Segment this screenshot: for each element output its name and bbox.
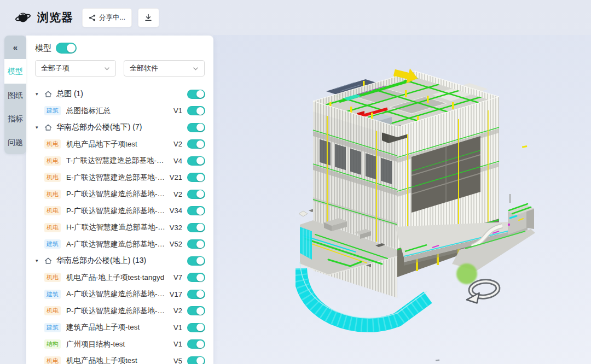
model-visibility-toggle[interactable] <box>187 339 205 349</box>
model-name: H-广联达智慧建造总部基地-地下 <box>66 222 166 232</box>
version-label: V1 <box>173 340 182 348</box>
model-name: A-广联达智慧建造总部基地-地下 <box>66 239 166 249</box>
tree-item-row[interactable]: 结构广州项目结构-testV1 <box>26 336 213 353</box>
collapse-panel-button[interactable]: « <box>4 36 26 59</box>
group-visibility-toggle[interactable] <box>187 256 205 266</box>
discipline-tag: 建筑 <box>44 290 61 299</box>
tree-item-row[interactable]: 机电机电产品地下子项testV2 <box>26 136 213 153</box>
model-name: 机电产品地下子项test <box>66 139 170 149</box>
version-label: V4 <box>173 157 182 165</box>
download-button[interactable] <box>138 9 159 27</box>
model-visibility-toggle[interactable] <box>187 106 205 115</box>
tab-issues[interactable]: 问题 <box>4 131 26 154</box>
version-label: V1 <box>173 324 182 332</box>
app-logo-planet-icon <box>15 10 31 25</box>
discipline-tag: 机电 <box>44 190 61 199</box>
collapse-icon: « <box>13 43 18 52</box>
discipline-tag: 结构 <box>44 339 61 349</box>
version-label: V17 <box>170 290 182 298</box>
caret-down-icon[interactable]: ▾ <box>36 125 42 130</box>
model-visibility-toggle[interactable] <box>187 190 205 199</box>
top-bar: 浏览器 分享中... <box>0 0 591 35</box>
model-name: 机电产品-地上子项test-tangyd <box>66 273 170 283</box>
model-name: P-广联达智慧建造总部基地-地下 <box>66 206 166 216</box>
version-label: V7 <box>173 273 182 281</box>
chevron-down-icon <box>104 66 110 72</box>
discipline-tag: 机电 <box>44 156 61 166</box>
model-visibility-toggle[interactable] <box>187 139 205 149</box>
model-name: 机电产品地上子项test <box>66 356 170 364</box>
tab-indicators[interactable]: 指标 <box>4 107 26 131</box>
tree-item-row[interactable]: 建筑建筑产品地上子项-testV1 <box>26 319 213 336</box>
model-name: 广州项目结构-test <box>66 339 170 349</box>
subproject-filter-select[interactable]: 全部子项 <box>35 60 116 77</box>
discipline-tag: 机电 <box>44 173 61 182</box>
tree-item-row[interactable]: 机电P-广联达智慧建造总部基地-地...V2 <box>26 186 213 203</box>
model-visibility-toggle[interactable] <box>187 356 205 364</box>
model-visibility-toggle[interactable] <box>187 290 205 299</box>
model-visibility-toggle[interactable] <box>187 273 205 282</box>
model-name: A-广联达智慧建造总部基地-楼... <box>66 289 166 299</box>
chevron-down-icon <box>193 66 199 72</box>
discipline-tag: 机电 <box>44 223 61 232</box>
version-label: V32 <box>170 224 182 232</box>
orbit-rotate-icon <box>465 280 500 304</box>
home-icon <box>44 90 53 98</box>
tree-item-row[interactable]: 机电机电产品地上子项testV5 <box>26 353 213 364</box>
panel-header: 模型 <box>26 36 213 59</box>
tree-item-row[interactable]: 机电机电产品-地上子项test-tangydV7 <box>26 269 213 286</box>
model-visibility-toggle[interactable] <box>187 173 205 182</box>
model-tree: ▾总图 (1)建筑总图指标汇总V1▾华南总部办公楼(地下) (7)机电机电产品地… <box>26 84 213 364</box>
group-name: 总图 (1) <box>56 89 187 99</box>
version-label: V5 <box>173 357 182 364</box>
discipline-tag: 建筑 <box>44 106 61 115</box>
home-icon <box>44 256 53 265</box>
model-panel: 模型 全部子项 全部软件 ▾总图 (1)建筑总图指标汇总V1▾华南总部办公楼(地… <box>26 36 213 364</box>
tree-group-row[interactable]: ▾华南总部办公楼(地上) (13) <box>26 253 213 269</box>
version-label: V34 <box>170 207 182 215</box>
version-label: V2 <box>173 190 182 198</box>
model-switch-label: 模型 <box>35 43 51 54</box>
model-master-toggle[interactable] <box>56 43 77 54</box>
tree-group-row[interactable]: ▾总图 (1) <box>26 86 213 103</box>
discipline-tag: 机电 <box>44 139 61 149</box>
group-visibility-toggle[interactable] <box>187 90 205 99</box>
page-title: 浏览器 <box>37 10 73 25</box>
model-visibility-toggle[interactable] <box>187 239 205 249</box>
discipline-tag: 建筑 <box>44 323 61 332</box>
caret-down-icon[interactable]: ▾ <box>36 91 42 97</box>
share-button[interactable]: 分享中... <box>83 9 131 27</box>
download-icon <box>144 14 152 21</box>
home-icon <box>44 123 53 132</box>
version-label: V2 <box>173 140 182 148</box>
group-name: 华南总部办公楼(地上) (13) <box>56 256 187 266</box>
model-visibility-toggle[interactable] <box>187 223 205 232</box>
software-filter-select[interactable]: 全部软件 <box>124 60 205 77</box>
version-label: V52 <box>170 240 182 248</box>
tree-item-row[interactable]: 建筑A-广联达智慧建造总部基地-地下V52 <box>26 236 213 253</box>
tree-item-row[interactable]: 机电T-广联达智慧建造总部基地-地下V4 <box>26 152 213 169</box>
group-name: 华南总部办公楼(地下) (7) <box>56 122 187 132</box>
tree-item-row[interactable]: 建筑A-广联达智慧建造总部基地-楼...V17 <box>26 286 213 303</box>
discipline-tag: 机电 <box>44 206 61 215</box>
tab-model[interactable]: 模型 <box>4 59 26 84</box>
model-name: P-广联达智慧建造总部基地-地... <box>66 306 170 316</box>
tree-item-row[interactable]: 建筑总图指标汇总V1 <box>26 103 213 120</box>
model-visibility-toggle[interactable] <box>187 156 205 166</box>
tree-item-row[interactable]: 机电P-广联达智慧建造总部基地-地下V34 <box>26 203 213 220</box>
tab-drawings[interactable]: 图纸 <box>4 84 26 107</box>
caret-down-icon[interactable]: ▾ <box>36 258 42 263</box>
building-model <box>296 30 591 364</box>
viewport-3d[interactable] <box>213 35 591 364</box>
model-name: 建筑产品地上子项-test <box>66 322 170 332</box>
tree-item-row[interactable]: 机电E-广联达智慧建造总部基地-地下V21 <box>26 169 213 186</box>
model-visibility-toggle[interactable] <box>187 306 205 315</box>
model-visibility-toggle[interactable] <box>187 206 205 215</box>
model-visibility-toggle[interactable] <box>187 323 205 332</box>
tree-group-row[interactable]: ▾华南总部办公楼(地下) (7) <box>26 119 213 136</box>
tree-item-row[interactable]: 机电P-广联达智慧建造总部基地-地...V2 <box>26 303 213 320</box>
model-name: E-广联达智慧建造总部基地-地下 <box>66 173 166 183</box>
tree-item-row[interactable]: 机电H-广联达智慧建造总部基地-地下V32 <box>26 219 213 236</box>
group-visibility-toggle[interactable] <box>187 123 205 132</box>
selection-highlight <box>456 263 477 284</box>
